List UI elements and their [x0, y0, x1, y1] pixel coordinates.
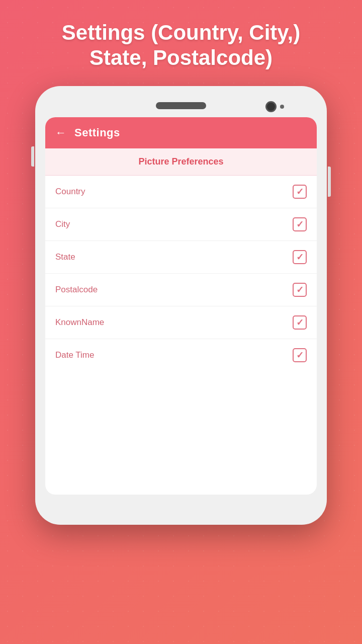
checkbox-city[interactable]	[293, 217, 307, 231]
section-title: Picture Preferences	[138, 156, 223, 167]
label-knownname: KnownName	[55, 317, 104, 328]
label-datetime: Date Time	[55, 350, 94, 360]
settings-list: CountryCityStatePostalcodeKnownNameDate …	[45, 176, 317, 371]
checkbox-state[interactable]	[293, 250, 307, 264]
phone-frame: ← Settings Picture Preferences CountryCi…	[35, 86, 327, 525]
title-area: Settings (Country, City,) State, Postalc…	[32, 0, 330, 86]
phone-screen: ← Settings Picture Preferences CountryCi…	[45, 117, 317, 495]
section-header: Picture Preferences	[45, 148, 317, 176]
label-postalcode: Postalcode	[55, 285, 98, 295]
page-title: Settings (Country, City,) State, Postalc…	[62, 20, 300, 71]
label-state: State	[55, 252, 75, 262]
checkbox-datetime[interactable]	[293, 348, 307, 362]
settings-item-city[interactable]: City	[45, 208, 317, 241]
phone-speaker	[156, 102, 206, 109]
back-button[interactable]: ←	[55, 126, 66, 139]
settings-item-country[interactable]: Country	[45, 176, 317, 208]
settings-item-datetime[interactable]: Date Time	[45, 339, 317, 371]
label-city: City	[55, 219, 70, 229]
checkbox-knownname[interactable]	[293, 315, 307, 330]
label-country: Country	[55, 187, 85, 197]
phone-side-right	[328, 167, 331, 197]
phone-camera	[265, 101, 277, 112]
checkbox-country[interactable]	[293, 185, 307, 199]
checkbox-postalcode[interactable]	[293, 283, 307, 297]
app-header: ← Settings	[45, 117, 317, 148]
settings-item-state[interactable]: State	[45, 241, 317, 274]
settings-item-knownname[interactable]: KnownName	[45, 306, 317, 339]
phone-top	[45, 96, 317, 117]
settings-item-postalcode[interactable]: Postalcode	[45, 274, 317, 306]
header-title: Settings	[74, 126, 120, 139]
phone-side-left	[31, 146, 34, 167]
